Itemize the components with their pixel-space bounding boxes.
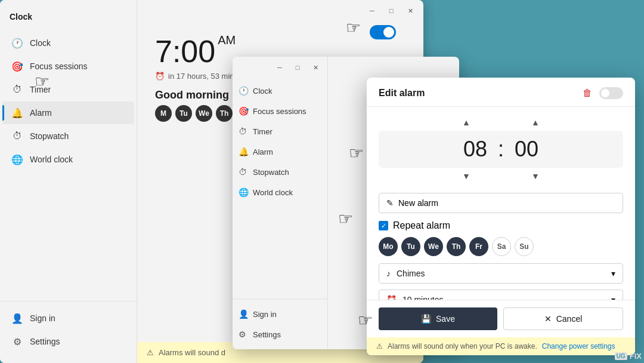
day-tuesday: Tu: [175, 105, 192, 122]
snooze-select-inner: ⏰ 10 minutes: [386, 295, 611, 300]
save-button[interactable]: 💾 Save: [379, 307, 497, 330]
edit-name-icon: ✎: [386, 198, 394, 208]
repeat-label: Repeat alarm: [393, 220, 450, 231]
alarm-toggle-area: [370, 25, 396, 39]
sidebar-item-clock[interactable]: 🕐 Clock: [2, 32, 134, 54]
maximize-button[interactable]: □: [383, 2, 400, 19]
time-down-controls: ▼ ▼: [379, 168, 623, 184]
sidebar-timer-label: Timer: [30, 85, 51, 94]
hours-control-group: ▲: [442, 114, 490, 131]
day-btn-th[interactable]: Th: [447, 237, 466, 256]
hours-down-group: ▼: [442, 168, 490, 184]
sidebar-settings-label: Settings: [30, 337, 60, 346]
mid-timer-label: Timer: [253, 127, 273, 136]
day-btn-fr[interactable]: Fr: [469, 237, 488, 256]
mid-nav-timer[interactable]: ⏱ Timer: [233, 121, 327, 141]
minutes-display[interactable]: 00: [509, 137, 544, 162]
mid-stopwatch-icon: ⏱: [239, 167, 248, 177]
mid-nav: 🕐 Clock 🎯 Focus sessions ⏱ Timer 🔔 Alarm…: [233, 78, 327, 299]
sidebar-bottom: 👤 Sign in ⚙ Settings: [0, 301, 137, 358]
sidebar-worldclock-label: World clock: [30, 155, 73, 164]
time-picker: ▲ ▲ 08 : 00 ▼ ▼: [379, 114, 623, 184]
sidebar-item-worldclock[interactable]: 🌐 World clock: [2, 148, 134, 171]
bg-sidebar: Clock 🕐 Clock 🎯 Focus sessions ⏱ Timer 🔔…: [0, 0, 137, 363]
dialog-body: ▲ ▲ 08 : 00 ▼ ▼: [367, 107, 635, 300]
minimize-button[interactable]: ─: [364, 2, 380, 19]
mid-settings-icon: ⚙: [239, 330, 248, 339]
repeat-alarm-row: ✓ Repeat alarm: [379, 220, 623, 231]
dialog-status-bar: ⚠ Alarms will sound only when your PC is…: [367, 337, 635, 355]
mid-minimize[interactable]: ─: [271, 59, 288, 76]
snooze-chevron-icon: ▾: [611, 295, 615, 300]
mid-nav-clock[interactable]: 🕐 Clock: [233, 81, 327, 101]
alarm-toggle[interactable]: [370, 25, 396, 39]
time-up-controls: ▲ ▲: [379, 114, 623, 131]
day-btn-sa[interactable]: Sa: [492, 237, 511, 256]
mid-titlebar: ─ □ ✕: [233, 57, 327, 78]
sidebar-item-signin[interactable]: 👤 Sign in: [2, 307, 134, 330]
day-btn-mo[interactable]: Mo: [379, 237, 398, 256]
dialog-status-text: Alarms will sound only when your PC is a…: [388, 342, 537, 350]
clock-icon: 🕐: [12, 38, 23, 48]
bg-title-bar: Clock: [0, 5, 137, 29]
mid-clock-label: Clock: [253, 87, 273, 96]
mid-nav-alarm[interactable]: 🔔 Alarm: [233, 141, 327, 162]
sidebar-alarm-label: Alarm: [30, 108, 52, 118]
stopwatch-icon: ⏱: [12, 131, 23, 141]
sidebar-item-settings[interactable]: ⚙ Settings: [2, 330, 134, 353]
mid-focus-label: Focus sessions: [253, 107, 306, 116]
sidebar-item-timer[interactable]: ⏱ Timer: [2, 78, 134, 101]
alarm-name-field: ✎: [379, 193, 623, 213]
hours-display[interactable]: 08: [457, 137, 493, 162]
delete-alarm-button[interactable]: 🗑: [583, 88, 592, 99]
mid-signin-icon: 👤: [239, 309, 248, 319]
mid-nav-stopwatch[interactable]: ⏱ Stopwatch: [233, 162, 327, 182]
alarm-info-icon: ⏰: [155, 72, 165, 81]
snooze-select[interactable]: ⏰ 10 minutes ▾: [379, 290, 623, 300]
sidebar-nav: 🕐 Clock 🎯 Focus sessions ⏱ Timer 🔔 Alarm…: [0, 29, 137, 301]
dialog-header-controls: 🗑: [583, 87, 623, 99]
day-btn-tu[interactable]: Tu: [401, 237, 420, 256]
alarm-time-value: 7:00: [155, 34, 215, 69]
day-btn-su[interactable]: Su: [515, 237, 534, 256]
hours-up-button[interactable]: ▲: [450, 114, 482, 131]
time-colon: :: [498, 137, 504, 162]
hours-down-button[interactable]: ▼: [450, 168, 482, 184]
mid-settings-label: Settings: [253, 330, 281, 339]
mid-close[interactable]: ✕: [307, 59, 324, 76]
sound-select[interactable]: ♪ Chimes ▾: [379, 263, 623, 284]
signin-icon: 👤: [12, 313, 23, 324]
alarm-name-input[interactable]: [398, 198, 615, 208]
sidebar-item-alarm[interactable]: 🔔 Alarm: [2, 101, 134, 124]
mid-sidebar: ─ □ ✕ 🕐 Clock 🎯 Focus sessions ⏱ Timer 🔔…: [233, 57, 328, 349]
dialog-footer: 💾 Save ✕ Cancel: [367, 300, 635, 337]
alarm-enabled-toggle[interactable]: [599, 87, 623, 99]
repeat-days-row: Mo Tu We Th Fr Sa Su: [379, 237, 623, 256]
save-icon: 💾: [421, 314, 431, 324]
sidebar-focus-label: Focus sessions: [30, 61, 87, 71]
status-text: Alarms will sound d: [159, 348, 225, 357]
power-settings-link[interactable]: Change power settings: [542, 342, 615, 350]
music-icon: ♪: [386, 269, 391, 278]
mid-nav-signin[interactable]: 👤 Sign in: [233, 304, 327, 324]
warning-icon: ⚠: [147, 348, 154, 357]
close-button[interactable]: ✕: [402, 2, 419, 19]
mid-nav-focus[interactable]: 🎯 Focus sessions: [233, 101, 327, 121]
sidebar-item-stopwatch[interactable]: ⏱ Stopwatch: [2, 125, 134, 147]
day-btn-we[interactable]: We: [424, 237, 443, 256]
cancel-button[interactable]: ✕ Cancel: [503, 307, 623, 330]
repeat-checkbox[interactable]: ✓: [379, 221, 388, 230]
mid-worldclock-label: World clock: [253, 188, 293, 197]
minutes-up-button[interactable]: ▲: [519, 114, 552, 131]
snooze-icon: ⏰: [386, 295, 397, 300]
app-title: Clock: [10, 12, 32, 21]
mid-maximize[interactable]: □: [289, 59, 306, 76]
dialog-title: Edit alarm: [379, 88, 425, 99]
sidebar-clock-label: Clock: [30, 38, 51, 48]
sidebar-item-focus[interactable]: 🎯 Focus sessions: [2, 55, 134, 78]
mid-nav-worldclock[interactable]: 🌐 World clock: [233, 182, 327, 202]
sound-label: Chimes: [397, 269, 425, 278]
mid-nav-settings[interactable]: ⚙ Settings: [233, 324, 327, 344]
minutes-down-button[interactable]: ▼: [519, 168, 552, 184]
sound-select-inner: ♪ Chimes: [386, 269, 611, 278]
